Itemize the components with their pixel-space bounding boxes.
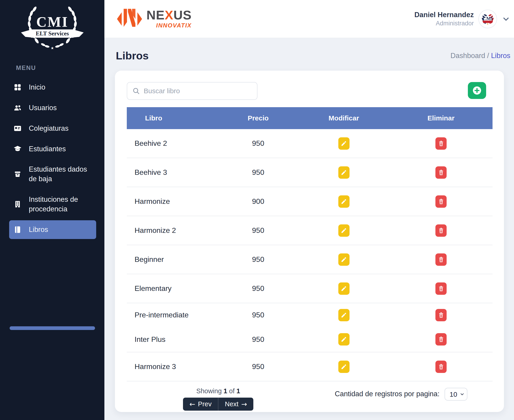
table-row: Beginner 950 (127, 245, 492, 274)
libros-card: Libro Precio Modificar Eliminar Beehive … (115, 71, 504, 412)
delete-button[interactable] (435, 225, 447, 237)
delete-button[interactable] (435, 333, 447, 345)
book-name: Elementary (127, 284, 218, 293)
book-price: 950 (218, 311, 298, 319)
sidebar-item-inicio[interactable]: Inicio (9, 78, 96, 97)
column-header-modificar: Modificar (298, 114, 389, 122)
arrow-right-icon: → (241, 400, 247, 408)
footer-pagination: Showing 1 of 1 ← Prev Next → (127, 387, 310, 411)
table-row: Elementary 950 (127, 274, 492, 303)
delete-button[interactable] (435, 195, 447, 208)
chevron-down-icon[interactable] (502, 15, 511, 23)
building-icon (13, 200, 22, 209)
breadcrumb-current[interactable]: Libros (491, 52, 510, 60)
search-icon (132, 87, 140, 95)
delete-button[interactable] (435, 360, 447, 373)
topbar: NEXUS INNOVATIX Daniel Hernandez Adminis… (104, 0, 514, 38)
book-price: 950 (218, 335, 298, 344)
edit-button[interactable] (338, 166, 350, 179)
trash-icon (438, 256, 444, 263)
pencil-icon (341, 336, 347, 343)
breadcrumb-dashboard-link[interactable]: Dashboard (450, 52, 485, 60)
delete-button[interactable] (435, 137, 447, 150)
prev-button[interactable]: ← Prev (183, 398, 218, 411)
trash-icon (438, 364, 444, 370)
edit-button[interactable] (338, 195, 350, 208)
edit-button[interactable] (338, 333, 350, 345)
per-page-select[interactable]: 10 (445, 388, 467, 401)
sidebar-item-label: Inicio (29, 82, 45, 92)
edit-button[interactable] (338, 282, 350, 295)
per-page-label: Cantidad de registros por pagina: (335, 388, 440, 400)
table-row: Pre-intermediate 950 (127, 303, 492, 327)
pencil-icon (341, 198, 347, 205)
sidebar-item-label: Usuarios (29, 103, 57, 113)
plus-circle-icon (471, 84, 483, 97)
book-price: 900 (218, 197, 298, 206)
search-input[interactable] (144, 87, 252, 95)
brand-tagline: INNOVATIX (156, 22, 192, 29)
archive-icon (13, 170, 22, 179)
search-box (127, 82, 257, 100)
page-content: Libros Dashboard / Libros (104, 38, 514, 420)
showing-status: Showing 1 of 1 (196, 387, 240, 395)
table-row: Harmonize 3 950 (127, 352, 492, 381)
menu-section-label: MENU (16, 64, 104, 72)
table-row: Harmonize 900 (127, 187, 492, 216)
avatar[interactable]: CMI ★ (478, 10, 497, 28)
book-name: Inter Plus (127, 335, 218, 344)
card-toolbar (127, 82, 492, 100)
breadcrumb: Dashboard / Libros (450, 52, 510, 60)
svg-text:CMI: CMI (36, 14, 68, 30)
table-row: Harmonize 2 950 (127, 216, 492, 245)
sidebar-item-label: Colegiaturas (29, 124, 68, 133)
edit-button[interactable] (338, 309, 350, 321)
edit-button[interactable] (338, 360, 350, 373)
grid-icon (13, 83, 22, 92)
delete-button[interactable] (435, 253, 447, 266)
book-price: 950 (218, 168, 298, 177)
delete-button[interactable] (435, 309, 447, 321)
svg-text:CMI: CMI (483, 16, 493, 21)
table-row: Inter Plus 950 (127, 327, 492, 352)
main-area: NEXUS INNOVATIX Daniel Hernandez Adminis… (104, 0, 514, 420)
book-name: Harmonize 2 (127, 226, 218, 235)
pencil-icon (341, 140, 347, 147)
table-body: Beehive 2 950 (127, 129, 492, 381)
sidebar-item-label: Estudiantes (29, 144, 66, 154)
sidebar-item-label: Libros (29, 225, 48, 234)
edit-button[interactable] (338, 253, 350, 266)
column-header-libro: Libro (127, 114, 218, 122)
edit-button[interactable] (338, 225, 350, 237)
sidebar-item-label: Instituciones de procedencia (29, 195, 92, 214)
edit-button[interactable] (338, 137, 350, 150)
sidebar: CMI ELT Services ★ MENU Inicio (0, 0, 104, 420)
trash-icon (438, 285, 444, 292)
delete-button[interactable] (435, 282, 447, 295)
user-menu[interactable]: Daniel Hernandez Administrador (414, 10, 512, 28)
per-page-control: Cantidad de registros por pagina: 10 (310, 387, 493, 411)
arrow-left-icon: ← (189, 400, 195, 408)
book-price: 950 (218, 284, 298, 293)
svg-text:ELT Services: ELT Services (36, 30, 69, 37)
book-icon (13, 225, 22, 234)
sidebar-item-usuarios[interactable]: Usuarios (9, 98, 96, 117)
add-book-button[interactable] (468, 82, 486, 99)
next-button[interactable]: Next → (218, 398, 253, 411)
brand-text: NEXUS INNOVATIX (146, 9, 192, 29)
sidebar-item-estudiantes-baja[interactable]: Estudiantes dados de baja (9, 160, 96, 188)
svg-text:★: ★ (487, 23, 489, 25)
book-name: Harmonize 3 (127, 362, 218, 371)
sidebar-item-instituciones[interactable]: Instituciones de procedencia (9, 190, 96, 218)
sidebar-item-estudiantes[interactable]: Estudiantes (9, 140, 96, 158)
trash-icon (438, 198, 444, 205)
cmi-logo: CMI ELT Services ★ (0, 0, 104, 51)
sidebar-item-libros[interactable]: Libros (9, 220, 96, 239)
id-card-icon (13, 124, 22, 133)
table-row: Beehive 3 950 (127, 158, 492, 187)
trash-icon (438, 169, 444, 176)
sidebar-item-colegiaturas[interactable]: Colegiaturas (9, 119, 96, 138)
book-price: 950 (218, 226, 298, 235)
book-price: 950 (218, 255, 298, 264)
delete-button[interactable] (435, 166, 447, 179)
